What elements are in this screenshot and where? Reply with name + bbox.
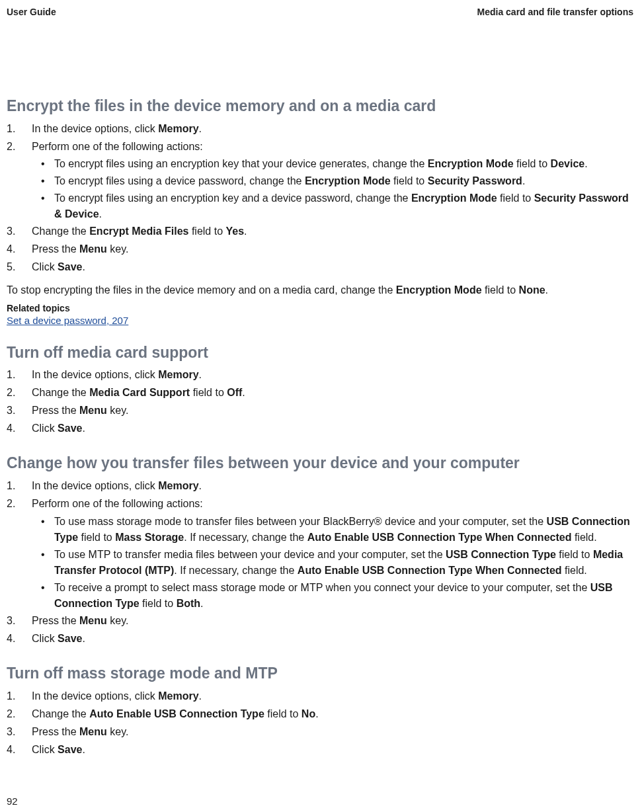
sub-bullet-item: To receive a prompt to select mass stora…	[32, 580, 633, 612]
step-number: 1.	[7, 121, 22, 138]
related-topic-link[interactable]: Set a device password, 207	[7, 315, 633, 326]
step-number: 3.	[7, 223, 22, 240]
step-number: 3.	[7, 403, 22, 419]
header-right: Media card and file transfer options	[477, 7, 634, 17]
step-item: 1.In the device options, click Memory.	[7, 367, 633, 384]
step-text: In the device options, click Memory.	[32, 369, 202, 380]
sub-bullet-item: To encrypt files using an encryption key…	[32, 190, 633, 222]
step-item: 3.Press the Menu key.	[7, 403, 633, 419]
step-item: 5.Click Save.	[7, 259, 633, 276]
step-item: 1.In the device options, click Memory.	[7, 688, 633, 705]
step-item: 4.Click Save.	[7, 742, 633, 758]
step-text: Perform one of the following actions:	[32, 498, 203, 509]
step-text: Perform one of the following actions:	[32, 141, 203, 152]
step-number: 4.	[7, 241, 22, 258]
step-list: 1.In the device options, click Memory.2.…	[7, 688, 633, 758]
step-number: 3.	[7, 613, 22, 629]
step-item: 2.Perform one of the following actions:T…	[7, 496, 633, 612]
step-item: 2.Perform one of the following actions:T…	[7, 139, 633, 223]
step-number: 1.	[7, 688, 22, 705]
section-title: Encrypt the files in the device memory a…	[7, 97, 633, 116]
step-number: 3.	[7, 724, 22, 741]
step-number: 5.	[7, 259, 22, 276]
step-text: Press the Menu key.	[32, 615, 128, 626]
step-text: In the device options, click Memory.	[32, 480, 202, 491]
step-text: Click Save.	[32, 633, 85, 644]
step-item: 3.Press the Menu key.	[7, 724, 633, 741]
step-text: Press the Menu key.	[32, 405, 128, 416]
step-list: 1.In the device options, click Memory.2.…	[7, 367, 633, 436]
sub-bullet-list: To use mass storage mode to transfer fil…	[32, 514, 633, 612]
step-text: Change the Media Card Support field to O…	[32, 387, 245, 398]
section-title: Turn off media card support	[7, 343, 633, 362]
page-number: 92	[7, 795, 18, 807]
step-number: 2.	[7, 385, 22, 401]
running-header: User Guide Media card and file transfer …	[7, 7, 633, 17]
step-number: 2.	[7, 706, 22, 723]
step-item: 1.In the device options, click Memory.	[7, 478, 633, 495]
step-text: Click Save.	[32, 423, 85, 434]
section-title: Turn off mass storage mode and MTP	[7, 664, 633, 683]
step-item: 4.Press the Menu key.	[7, 241, 633, 258]
sub-bullet-item: To encrypt files using a device password…	[32, 173, 633, 189]
step-text: Press the Menu key.	[32, 243, 128, 255]
step-text: Press the Menu key.	[32, 726, 128, 737]
step-item: 4.Click Save.	[7, 631, 633, 647]
step-number: 2.	[7, 496, 22, 512]
step-text: Click Save.	[32, 261, 85, 272]
step-list: 1.In the device options, click Memory.2.…	[7, 121, 633, 276]
page: User Guide Media card and file transfer …	[0, 0, 644, 812]
step-item: 4.Click Save.	[7, 421, 633, 437]
step-item: 1.In the device options, click Memory.	[7, 121, 633, 138]
step-text: In the device options, click Memory.	[32, 690, 202, 702]
step-item: 3.Press the Menu key.	[7, 613, 633, 629]
step-list: 1.In the device options, click Memory.2.…	[7, 478, 633, 647]
section-title: Change how you transfer files between yo…	[7, 454, 633, 473]
step-number: 1.	[7, 367, 22, 384]
step-text: Click Save.	[32, 744, 85, 755]
step-item: 3.Change the Encrypt Media Files field t…	[7, 223, 633, 240]
body-paragraph: To stop encrypting the files in the devi…	[7, 282, 633, 299]
sub-bullet-list: To encrypt files using an encryption key…	[32, 156, 633, 222]
step-text: In the device options, click Memory.	[32, 123, 202, 134]
header-left: User Guide	[7, 7, 56, 17]
sub-bullet-item: To use MTP to transfer media files betwe…	[32, 547, 633, 579]
step-text: Change the Encrypt Media Files field to …	[32, 225, 247, 237]
step-item: 2.Change the Media Card Support field to…	[7, 385, 633, 401]
step-number: 4.	[7, 742, 22, 758]
related-topics-label: Related topics	[7, 303, 633, 313]
sub-bullet-item: To encrypt files using an encryption key…	[32, 156, 633, 172]
step-number: 2.	[7, 139, 22, 155]
step-text: Change the Auto Enable USB Connection Ty…	[32, 708, 319, 719]
step-number: 4.	[7, 631, 22, 647]
step-number: 1.	[7, 478, 22, 495]
step-item: 2.Change the Auto Enable USB Connection …	[7, 706, 633, 723]
sub-bullet-item: To use mass storage mode to transfer fil…	[32, 514, 633, 546]
content: Encrypt the files in the device memory a…	[7, 97, 633, 758]
step-number: 4.	[7, 421, 22, 437]
